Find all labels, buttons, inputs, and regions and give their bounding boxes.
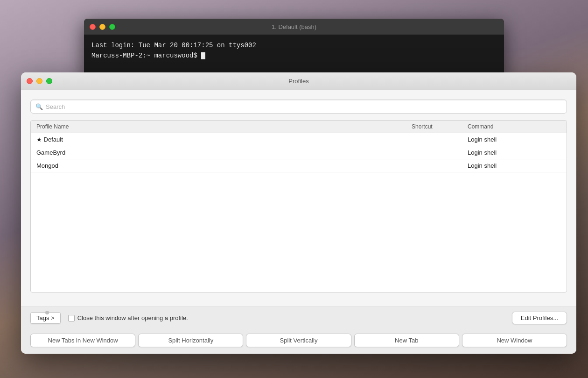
table-body: ★ Default Login shell GameByrd Login she… [31,133,567,292]
profiles-table: Profile Name Shortcut Command ★ Default … [30,120,567,292]
split-horizontally-button[interactable]: Split Horizontally [138,334,243,347]
terminal-title: 1. Default (bash) [272,23,316,30]
table-row[interactable]: GameByrd Login shell [31,146,567,159]
table-row[interactable]: ★ Default Login shell [31,133,567,146]
col-shortcut-header: Shortcut [412,123,468,130]
action-buttons-row: New Tabs in New Window Split Horizontall… [21,329,576,354]
terminal-line-2: Marcuss-MBP-2:~ marcuswood$ [91,50,497,61]
edit-profiles-button[interactable]: Edit Profiles... [512,312,567,324]
search-container: 🔍 Search [30,100,567,114]
profiles-window: Profiles 🔍 Search Profile Name Shortcut … [21,72,576,354]
col-profile-name-header: Profile Name [36,123,412,130]
cell-profile-name: GameByrd [36,149,412,156]
profiles-title: Profiles [288,78,308,85]
checkbox-container: Close this window after opening a profil… [68,314,188,321]
table-row[interactable]: Mongod Login shell [31,159,567,172]
search-placeholder: Search [46,103,65,110]
minimize-button[interactable] [99,24,105,30]
terminal-titlebar: 1. Default (bash) [84,19,504,35]
cell-profile-name: Mongod [36,162,412,169]
cell-profile-name: ★ Default [36,136,412,143]
cell-command: Login shell [468,162,561,169]
sidebar-dot [45,311,49,314]
close-button[interactable] [90,24,96,30]
profiles-close-button[interactable] [27,78,33,84]
terminal-line-1: Last login: Tue Mar 20 00:17:25 on ttys0… [91,40,497,50]
table-header: Profile Name Shortcut Command [31,121,567,133]
new-tab-button[interactable]: New Tab [354,334,459,347]
cell-command: Login shell [468,149,561,156]
profiles-content: 🔍 Search Profile Name Shortcut Command ★… [21,90,576,307]
new-window-button[interactable]: New Window [462,334,567,347]
close-window-checkbox[interactable] [68,315,75,321]
cell-command: Login shell [468,136,561,143]
split-vertically-button[interactable]: Split Vertically [246,334,351,347]
close-window-label: Close this window after opening a profil… [77,314,188,321]
new-tabs-in-new-window-button[interactable]: New Tabs in New Window [30,334,135,347]
search-box[interactable]: 🔍 Search [30,100,567,114]
profiles-maximize-button[interactable] [46,78,52,84]
search-icon: 🔍 [35,103,43,110]
profiles-minimize-button[interactable] [36,78,42,84]
col-command-header: Command [468,123,561,130]
terminal-window: 1. Default (bash) Last login: Tue Mar 20… [84,19,504,81]
bottom-controls: Tags > Close this window after opening a… [21,307,576,329]
terminal-cursor [201,52,205,59]
profiles-titlebar: Profiles [21,72,576,90]
maximize-button[interactable] [109,24,115,30]
